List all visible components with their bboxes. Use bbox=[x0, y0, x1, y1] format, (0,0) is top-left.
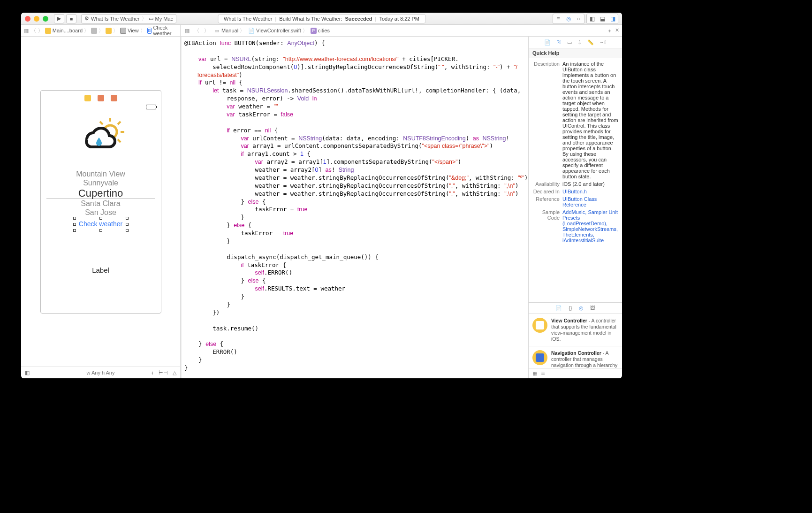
version-editor-icon[interactable]: ↔ bbox=[574, 14, 584, 23]
window-controls bbox=[25, 16, 48, 22]
crumb-file[interactable]: ViewController.swift bbox=[256, 28, 301, 33]
activity-status: What Is The Weather | Build What Is The … bbox=[218, 14, 425, 23]
picker-row-selected[interactable]: Cupertino bbox=[46, 188, 155, 199]
svg-line-1 bbox=[118, 122, 121, 124]
manual-icon: ▭ bbox=[213, 27, 220, 34]
storyboard-icon bbox=[45, 28, 51, 34]
view-icon bbox=[120, 28, 126, 34]
qh-availability: iOS (2.0 and later) bbox=[562, 181, 618, 187]
library-item[interactable]: View Controller - A controller that supp… bbox=[529, 314, 622, 347]
code-editor[interactable]: @IBAction func BUTTON(sender: AnyObject)… bbox=[181, 37, 528, 378]
pin-icon[interactable]: ⊢⊣ bbox=[159, 370, 168, 376]
vc-icon[interactable] bbox=[84, 95, 91, 101]
qh-sample-code[interactable]: AddMusic, Sampler Unit Presets (LoadPres… bbox=[562, 209, 618, 243]
button-icon: B bbox=[147, 28, 152, 34]
crumb-storyboard[interactable]: Main....board bbox=[53, 28, 83, 33]
ib-jump-bar[interactable]: ▦ 〈 〉 Main....board〉 〉 〉 View〉 BCheck we… bbox=[21, 25, 181, 36]
related-items-icon[interactable]: ▦ bbox=[24, 27, 29, 34]
scheme-selector[interactable]: ⚙ What Is The Weather 〉 ▭ My Mac bbox=[81, 14, 176, 23]
qh-reference[interactable]: UIButton Class Reference bbox=[562, 196, 597, 207]
destination-icon: ▭ bbox=[149, 15, 153, 22]
editor-mode-group[interactable]: ≡ ◎ ↔ bbox=[553, 14, 584, 24]
close-window[interactable] bbox=[25, 16, 30, 22]
library-item[interactable]: Navigation Controller - A controller tha… bbox=[529, 346, 622, 368]
swift-file-icon: 📄 bbox=[248, 27, 255, 34]
size-inspector-icon[interactable]: 📏 bbox=[587, 39, 594, 46]
crumb-manual[interactable]: Manual bbox=[221, 28, 238, 33]
svg-line-3 bbox=[118, 139, 121, 142]
assistant-editor-icon[interactable]: ◎ bbox=[563, 14, 574, 23]
picker-row[interactable]: Sunnyvale bbox=[41, 178, 161, 187]
document-outline-toggle-icon[interactable]: ◧ bbox=[25, 370, 30, 376]
bottom-panel-icon[interactable]: ⬓ bbox=[597, 14, 607, 23]
exit-icon[interactable] bbox=[111, 95, 117, 101]
crumb-button[interactable]: Check weather bbox=[153, 25, 177, 36]
related-items-icon[interactable]: ▦ bbox=[183, 27, 190, 34]
status-time: Today at 8:22 PM bbox=[379, 16, 419, 22]
back-icon[interactable]: 〈 bbox=[31, 27, 36, 34]
grid-view-icon[interactable]: ▦ bbox=[532, 370, 537, 376]
editor-jump-bar[interactable]: ▦ 〈 〉 ▭Manual〉 📄ViewController.swift〉 Pc… bbox=[181, 25, 622, 36]
scheme-destination: My Mac bbox=[155, 16, 174, 22]
titlebar: ▶ ■ ⚙ What Is The Weather 〉 ▭ My Mac Wha… bbox=[21, 13, 622, 25]
size-class[interactable]: w Any h Any bbox=[87, 370, 115, 375]
crumb-symbol[interactable]: cities bbox=[318, 28, 330, 33]
xcode-window: ▶ ■ ⚙ What Is The Weather 〉 ▭ My Mac Wha… bbox=[21, 13, 622, 378]
object-library-icon[interactable]: ◎ bbox=[579, 305, 584, 311]
battery-icon bbox=[146, 105, 156, 109]
property-icon: P bbox=[311, 28, 317, 34]
panel-toggle-group[interactable]: ◧ ⬓ ◨ bbox=[586, 14, 618, 24]
jump-bar-row: ▦ 〈 〉 Main....board〉 〉 〉 View〉 BCheck we… bbox=[21, 25, 622, 37]
qh-declared-in[interactable]: UIButton.h bbox=[562, 189, 587, 194]
weather-logo-icon bbox=[77, 118, 124, 152]
standard-editor-icon[interactable]: ≡ bbox=[553, 14, 563, 23]
qh-description: An instance of the UIButton class implem… bbox=[562, 61, 618, 179]
media-library-icon[interactable]: 🖼 bbox=[590, 305, 595, 311]
selection-handles[interactable] bbox=[75, 218, 127, 230]
object-library[interactable]: View Controller - A controller that supp… bbox=[529, 314, 622, 368]
back-icon[interactable]: 〈 bbox=[193, 27, 200, 34]
minimize-window[interactable] bbox=[34, 16, 39, 22]
ib-canvas[interactable]: → Mountain View bbox=[21, 37, 180, 367]
attributes-inspector-icon[interactable]: ⇩ bbox=[577, 39, 582, 46]
zoom-window[interactable] bbox=[43, 16, 48, 22]
code-snippet-library-icon[interactable]: {} bbox=[569, 305, 572, 311]
quick-help-title: Quick Help bbox=[529, 48, 622, 58]
left-panel-icon[interactable]: ◧ bbox=[587, 14, 597, 23]
results-label[interactable]: Label bbox=[41, 266, 161, 274]
file-template-library-icon[interactable]: 📄 bbox=[555, 305, 562, 311]
gear-icon: ⚙ bbox=[84, 15, 89, 22]
ib-footer: ◧ w Any h Any ⫞ ⊢⊣ △ bbox=[21, 367, 180, 378]
add-assistant-icon[interactable]: ＋ bbox=[607, 27, 612, 34]
list-view-icon[interactable]: ≣ bbox=[541, 370, 545, 376]
status-app: What Is The Weather bbox=[224, 16, 273, 22]
resolve-icon[interactable]: △ bbox=[173, 370, 176, 376]
library-tabs[interactable]: 📄 {} ◎ 🖼 bbox=[529, 302, 622, 314]
picker-row[interactable]: Santa Clara bbox=[41, 199, 161, 208]
iphone-canvas[interactable]: Mountain View Sunnyvale Cupertino Santa … bbox=[40, 90, 161, 314]
city-picker[interactable]: Mountain View Sunnyvale Cupertino Santa … bbox=[41, 169, 161, 217]
forward-icon[interactable]: 〉 bbox=[38, 27, 43, 34]
close-assistant-icon[interactable]: ✕ bbox=[615, 27, 619, 34]
svg-line-4 bbox=[100, 122, 103, 124]
inspector-tabs[interactable]: 📄 ?⃝ ▭ ⇩ 📏 →⃝ bbox=[529, 37, 622, 48]
picker-row[interactable]: San Jose bbox=[41, 208, 161, 217]
right-panel-icon[interactable]: ◨ bbox=[607, 14, 618, 23]
library-footer: ▦ ≣ bbox=[529, 368, 622, 378]
quick-help-icon[interactable]: ?⃝ bbox=[556, 39, 561, 45]
scene-icon bbox=[91, 28, 97, 34]
run-button[interactable]: ▶ bbox=[54, 14, 64, 23]
inspector-panel: 📄 ?⃝ ▭ ⇩ 📏 →⃝ Quick Help DescriptionAn i… bbox=[528, 37, 622, 378]
file-inspector-icon[interactable]: 📄 bbox=[544, 39, 551, 46]
identity-inspector-icon[interactable]: ▭ bbox=[567, 39, 572, 46]
forward-icon[interactable]: 〉 bbox=[203, 27, 210, 34]
crumb-view[interactable]: View bbox=[128, 28, 139, 33]
viewcontroller-icon bbox=[106, 28, 112, 34]
status-result: Succeeded bbox=[345, 16, 372, 22]
first-responder-icon[interactable] bbox=[98, 95, 104, 101]
picker-row[interactable]: Mountain View bbox=[41, 169, 161, 178]
quick-help-body: DescriptionAn instance of the UIButton c… bbox=[529, 58, 622, 248]
align-icon[interactable]: ⫞ bbox=[151, 370, 154, 376]
stop-button[interactable]: ■ bbox=[66, 14, 76, 23]
connections-inspector-icon[interactable]: →⃝ bbox=[600, 39, 607, 45]
